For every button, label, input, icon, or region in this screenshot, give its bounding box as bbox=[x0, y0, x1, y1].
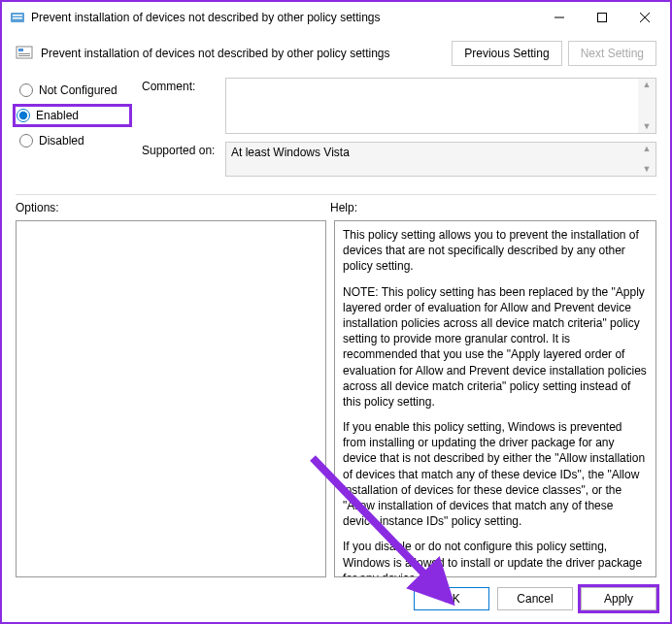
maximize-button[interactable] bbox=[581, 3, 623, 32]
supported-label: Supported on: bbox=[142, 142, 219, 177]
scroll-up-icon: ▲ bbox=[643, 145, 652, 153]
next-setting-button: Next Setting bbox=[568, 41, 656, 66]
options-pane bbox=[16, 220, 326, 577]
svg-rect-2 bbox=[13, 17, 22, 19]
help-paragraph: This policy setting allows you to preven… bbox=[343, 227, 648, 275]
scroll-up-icon: ▲ bbox=[643, 81, 652, 89]
titlebar: Prevent installation of devices not desc… bbox=[2, 2, 670, 33]
supported-scrollbar[interactable]: ▲ ▼ bbox=[638, 143, 655, 176]
radio-not-configured-label: Not Configured bbox=[39, 83, 118, 97]
cancel-button[interactable]: Cancel bbox=[497, 587, 573, 610]
scroll-down-icon: ▼ bbox=[643, 122, 652, 131]
nav-buttons: Previous Setting Next Setting bbox=[452, 41, 656, 66]
help-label: Help: bbox=[330, 201, 656, 214]
supported-row: Supported on: At least Windows Vista ▲ ▼ bbox=[142, 142, 656, 177]
panes: This policy setting allows you to preven… bbox=[2, 214, 670, 577]
radio-enabled-label: Enabled bbox=[36, 109, 79, 122]
svg-rect-8 bbox=[18, 49, 23, 51]
radio-disabled[interactable]: Disabled bbox=[16, 130, 132, 151]
radio-enabled-input[interactable] bbox=[17, 109, 30, 122]
scroll-down-icon: ▼ bbox=[643, 165, 652, 174]
form-column: Comment: ▲ ▼ Supported on: At least Wind… bbox=[142, 78, 656, 184]
help-paragraph: If you enable this policy setting, Windo… bbox=[343, 419, 648, 529]
options-label: Options: bbox=[16, 201, 330, 214]
svg-rect-7 bbox=[17, 47, 32, 58]
policy-name: Prevent installation of devices not desc… bbox=[41, 47, 444, 60]
policy-editor-window: Prevent installation of devices not desc… bbox=[0, 0, 672, 624]
comment-label: Comment: bbox=[142, 78, 219, 134]
divider bbox=[16, 194, 656, 195]
help-pane[interactable]: This policy setting allows you to preven… bbox=[334, 220, 656, 577]
comment-box: ▲ ▼ bbox=[225, 78, 656, 134]
previous-setting-button[interactable]: Previous Setting bbox=[452, 41, 561, 66]
radio-disabled-input[interactable] bbox=[19, 134, 33, 148]
close-button[interactable] bbox=[623, 3, 666, 32]
svg-rect-4 bbox=[598, 14, 607, 22]
pane-labels: Options: Help: bbox=[2, 201, 670, 214]
window-title: Prevent installation of devices not desc… bbox=[31, 11, 532, 24]
svg-rect-1 bbox=[13, 15, 22, 16]
comment-scrollbar[interactable]: ▲ ▼ bbox=[638, 79, 655, 133]
radio-enabled[interactable]: Enabled bbox=[13, 104, 132, 127]
ok-button[interactable]: OK bbox=[414, 587, 489, 610]
footer-buttons: OK Cancel Apply bbox=[2, 577, 670, 622]
window-controls bbox=[538, 3, 666, 32]
state-radio-group: Not Configured Enabled Disabled bbox=[16, 78, 132, 184]
config-area: Not Configured Enabled Disabled Comment:… bbox=[2, 72, 670, 184]
header-row: Prevent installation of devices not desc… bbox=[2, 33, 670, 72]
svg-rect-9 bbox=[18, 53, 30, 54]
supported-box: At least Windows Vista ▲ ▼ bbox=[225, 142, 656, 177]
radio-not-configured[interactable]: Not Configured bbox=[16, 80, 132, 101]
minimize-button[interactable] bbox=[538, 3, 581, 32]
radio-not-configured-input[interactable] bbox=[19, 83, 33, 97]
supported-text: At least Windows Vista bbox=[226, 143, 638, 176]
help-paragraph: NOTE: This policy setting has been repla… bbox=[343, 284, 648, 411]
policy-icon bbox=[16, 45, 33, 62]
apply-button[interactable]: Apply bbox=[581, 587, 656, 610]
radio-disabled-label: Disabled bbox=[39, 134, 84, 148]
help-paragraph: If you disable or do not configure this … bbox=[343, 539, 648, 577]
svg-rect-10 bbox=[18, 55, 30, 56]
comment-row: Comment: ▲ ▼ bbox=[142, 78, 656, 134]
app-icon bbox=[10, 10, 25, 25]
comment-textarea[interactable] bbox=[226, 79, 638, 133]
